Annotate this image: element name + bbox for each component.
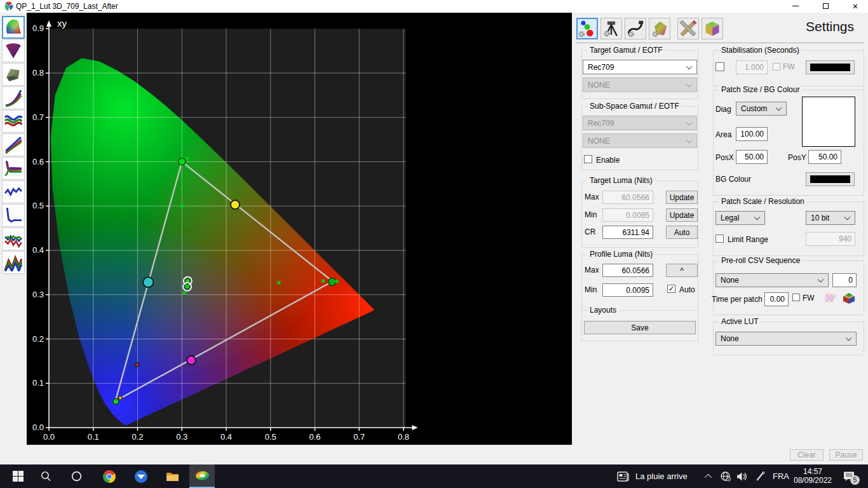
sidebar-item-rgb-balance-icon[interactable] — [2, 110, 25, 133]
profile-luma-auto-checkbox[interactable]: ✓ — [667, 285, 675, 293]
time-per-patch-value: 0.00 — [770, 295, 785, 304]
search-button[interactable] — [33, 464, 58, 488]
update-label: Update — [670, 211, 695, 220]
limit-range-value: 940 — [839, 234, 851, 243]
patch-area-input[interactable]: 100.00 — [736, 127, 768, 141]
preroll-clear-sequence-button[interactable] — [824, 291, 837, 305]
svg-text:0.0: 0.0 — [43, 432, 55, 442]
preroll-load-sequence-button[interactable] — [842, 291, 856, 305]
bit-depth-select[interactable]: 10 bit — [806, 211, 855, 225]
target-luma-min-input: 0.0095 — [602, 208, 653, 222]
chevron-up-icon — [705, 473, 712, 480]
target-luma-min-update-button[interactable]: Update — [666, 208, 698, 222]
pause-button[interactable]: Pause — [829, 449, 863, 461]
toolbar-probe-button[interactable] — [600, 18, 622, 39]
target-luma-max-update-button[interactable]: Update — [666, 191, 698, 204]
close-button[interactable]: × — [844, 0, 867, 12]
sidebar-item-gamma-spike-icon[interactable] — [2, 157, 25, 180]
sidebar-item-eotf-curves-icon[interactable] — [2, 86, 25, 109]
colourspace-app-button[interactable] — [189, 464, 215, 488]
file-explorer-button[interactable] — [159, 464, 186, 488]
sidebar-item-luma-zigzag-icon[interactable] — [2, 180, 25, 203]
patch-posx-value: 50.00 — [745, 152, 764, 161]
volume-tray-button[interactable] — [733, 464, 751, 488]
colourspace-app-icon — [195, 470, 210, 481]
network-tray-button[interactable] — [717, 464, 733, 488]
chart-axis-label: xy — [57, 18, 67, 29]
toolbar-patch-display-button[interactable] — [576, 18, 598, 39]
sidebar-item-rgb-noise-icon[interactable] — [2, 227, 25, 250]
sidebar-item-cie-xy-icon[interactable] — [2, 16, 25, 39]
stabilisation-seconds-value: 1.000 — [745, 63, 764, 72]
rgb-balance-icon — [4, 112, 22, 130]
language-indicator[interactable]: FRA — [773, 471, 789, 481]
tray-expand-button[interactable] — [702, 464, 717, 488]
start-button[interactable] — [5, 464, 31, 488]
sidebar-item-contrast-line-icon[interactable] — [2, 204, 25, 227]
chrome-taskbar-button[interactable] — [95, 464, 123, 488]
rgb-delta-icon — [4, 254, 22, 271]
active-lut-select[interactable]: None — [715, 332, 857, 346]
taskbar-clock[interactable]: 14:57 08/09/2022 — [792, 467, 834, 485]
thunderbird-taskbar-button[interactable] — [127, 464, 155, 488]
group-title: Stabilisation (Seconds) — [719, 46, 802, 55]
svg-text:0.7: 0.7 — [32, 112, 44, 122]
target-luma-auto-button[interactable]: Auto — [666, 226, 698, 239]
pen-tray-button[interactable] — [752, 464, 769, 488]
windows-logo-icon — [13, 471, 24, 482]
bg-colour-swatch[interactable] — [806, 172, 855, 186]
news-headline[interactable]: La pluie arrive — [635, 471, 688, 481]
load-sequence-icon — [842, 291, 856, 305]
profile-luma-min-input[interactable]: 0.0095 — [602, 283, 653, 297]
svg-text:0.7: 0.7 — [353, 432, 365, 442]
group-title: Sub-Space Gamut / EOTF — [587, 102, 682, 111]
clock-time: 14:57 — [792, 467, 834, 476]
patch-posy-input[interactable]: 50.00 — [808, 150, 841, 164]
time-per-patch-input[interactable]: 0.00 — [764, 292, 789, 306]
clock-date: 08/09/2022 — [792, 476, 834, 485]
minimize-icon — [792, 6, 799, 6]
thunderbird-icon — [134, 470, 148, 484]
gamma-spike-icon — [4, 159, 22, 177]
stabilisation-colour-swatch[interactable] — [806, 60, 855, 74]
expand-label: ^ — [680, 266, 684, 275]
maximize-button[interactable] — [814, 0, 837, 12]
patch-scale-select[interactable]: Legal — [715, 211, 765, 225]
target-gamut-select[interactable]: Rec709 — [583, 60, 697, 74]
chevron-down-icon — [776, 105, 782, 111]
preroll-sequence-select[interactable]: None — [715, 273, 829, 287]
cortana-button[interactable] — [64, 464, 89, 488]
sidebar-item-gamut-volume-icon[interactable] — [2, 63, 25, 86]
notification-badge: 5 — [850, 475, 860, 485]
profile-luma-expand-button[interactable]: ^ — [666, 264, 698, 277]
minimize-button[interactable] — [784, 0, 807, 12]
profile-luma-max-value: 60.0566 — [622, 266, 649, 275]
subspace-gamut-value: Rec709 — [588, 119, 614, 128]
cortana-icon — [71, 471, 82, 482]
toolbar-gamut-engine-button[interactable] — [649, 18, 670, 39]
preroll-fw-checkbox[interactable] — [792, 294, 800, 301]
sidebar-item-gamut-cone-icon[interactable] — [2, 39, 25, 62]
patch-posx-input[interactable]: 50.00 — [736, 150, 768, 164]
profile-luma-max-input[interactable]: 60.0566 — [602, 264, 653, 277]
svg-text:0.2: 0.2 — [32, 334, 44, 344]
toolbar-edit-tools-button[interactable] — [677, 18, 699, 39]
toolbar-connection-button[interactable] — [625, 18, 646, 39]
sidebar-item-rgb-delta-icon[interactable] — [2, 251, 25, 274]
target-luma-cr-input[interactable]: 6311.94 — [602, 226, 653, 239]
svg-text:0.6: 0.6 — [309, 432, 320, 442]
layouts-save-button[interactable]: Save — [584, 321, 696, 334]
news-widget-button[interactable] — [614, 464, 633, 488]
bottom-bar: Clear Pause — [0, 445, 868, 464]
limit-range-checkbox[interactable] — [715, 234, 724, 243]
svg-text:0.1: 0.1 — [88, 432, 99, 442]
patch-diag-value: Custom — [741, 104, 767, 113]
subspace-enable-checkbox[interactable] — [584, 155, 592, 163]
patch-diag-select[interactable]: Custom — [736, 102, 787, 116]
preroll-count-input[interactable]: 0 — [832, 273, 857, 287]
clear-button[interactable]: Clear — [790, 449, 824, 461]
toolbar-lut-cube-button[interactable] — [702, 18, 723, 39]
sidebar-item-rgb-ramp-icon[interactable] — [2, 133, 25, 156]
svg-text:0.3: 0.3 — [32, 290, 44, 299]
stabilisation-enable-checkbox[interactable] — [715, 62, 724, 71]
